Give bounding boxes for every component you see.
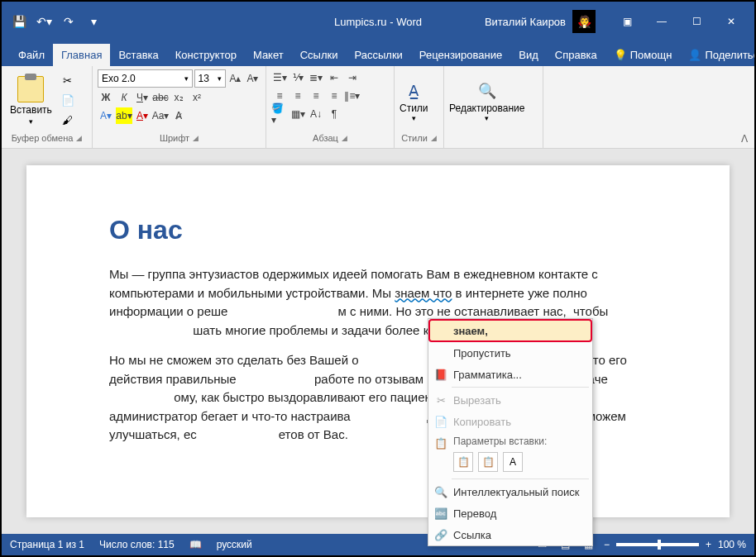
bullets-icon[interactable]: ☰▾ — [271, 69, 288, 86]
maximize-button[interactable]: ☐ — [680, 9, 713, 34]
spelling-suggestion[interactable]: знаем, — [428, 319, 592, 342]
collapse-ribbon-icon[interactable]: ᐱ — [741, 133, 748, 145]
paste-keep-source-icon[interactable]: 📋 — [453, 452, 473, 472]
tab-view[interactable]: Вид — [510, 44, 547, 66]
minimize-button[interactable]: — — [645, 9, 678, 34]
borders-icon[interactable]: ▦▾ — [289, 106, 306, 122]
tab-insert[interactable]: Вставка — [110, 44, 166, 66]
heading: О нас — [109, 215, 647, 245]
styles-button[interactable]: A̲ Стили ▾ — [400, 79, 428, 122]
user-name[interactable]: Виталий Каиров — [485, 16, 566, 28]
font-name-combo[interactable]: Exo 2.0▾ — [98, 69, 193, 88]
numbering-icon[interactable]: ⅟▾ — [289, 69, 306, 86]
subscript-button[interactable]: x₂ — [170, 89, 187, 106]
styles-group-label: Стили — [401, 133, 428, 143]
proofing-icon[interactable]: 📖 — [189, 539, 202, 550]
align-left-icon[interactable]: ≡ — [271, 88, 288, 104]
align-right-icon[interactable]: ≡ — [308, 88, 324, 104]
paste-button[interactable]: Вставить ▾ — [7, 73, 55, 129]
page-indicator[interactable]: Страница 1 из 1 — [10, 539, 84, 550]
link-label: Ссылка — [453, 529, 491, 541]
dialog-launcher-icon[interactable]: ◢ — [342, 134, 347, 142]
ribbon-display-options-icon[interactable]: ▣ — [610, 9, 644, 34]
underline-button[interactable]: Ч▾ — [134, 89, 151, 106]
menu-translate[interactable]: 🔤Перевод — [428, 502, 592, 524]
show-marks-icon[interactable]: ¶ — [326, 106, 342, 122]
editing-group-label — [449, 131, 538, 145]
share-label: Поделиться — [705, 49, 756, 61]
tab-design[interactable]: Конструктор — [167, 44, 245, 66]
cut-icon[interactable]: ✂ — [59, 72, 77, 90]
editing-button[interactable]: 🔍 Редактирование ▾ — [449, 79, 524, 122]
line-spacing-icon[interactable]: ‖≡▾ — [344, 88, 361, 104]
language-indicator[interactable]: русский — [217, 539, 252, 550]
menu-link[interactable]: 🔗Ссылка — [428, 524, 592, 545]
cut-label: Вырезать — [453, 394, 501, 407]
document-page[interactable]: О нас Мы — группа энтузиастов одержимых … — [26, 165, 730, 517]
dialog-launcher-icon[interactable]: ◢ — [76, 134, 82, 142]
superscript-button[interactable]: x² — [189, 89, 205, 106]
shrink-font-icon[interactable]: A▾ — [245, 70, 261, 87]
close-button[interactable]: ✕ — [715, 9, 748, 34]
decrease-indent-icon[interactable]: ⇤ — [326, 69, 342, 86]
tab-help[interactable]: Справка — [547, 44, 605, 66]
menu-smart-lookup[interactable]: 🔍Интеллектуальный поиск — [428, 481, 592, 502]
font-color-icon[interactable]: A▾ — [134, 107, 151, 124]
increase-indent-icon[interactable]: ⇥ — [344, 69, 361, 86]
zoom-level[interactable]: 100 % — [718, 539, 746, 550]
status-bar: Страница 1 из 1 Число слов: 115 📖 русски… — [2, 534, 754, 555]
align-center-icon[interactable]: ≡ — [289, 88, 306, 104]
shading-icon[interactable]: 🪣▾ — [271, 106, 288, 122]
grow-font-icon[interactable]: A▴ — [227, 70, 243, 87]
multilevel-list-icon[interactable]: ≣▾ — [308, 69, 324, 86]
undo-icon[interactable]: ↶▾ — [33, 11, 55, 32]
paste-options-header: 📋Параметры вставки: — [428, 432, 592, 449]
translate-icon: 🔤 — [433, 506, 448, 521]
paragraph-group: ☰▾ ⅟▾ ≣▾ ⇤ ⇥ ≡ ≡ ≡ ≡ ‖≡▾ 🪣▾ ▦▾ A↓ ¶ Абза… — [266, 66, 395, 148]
share-button[interactable]: 👤 Поделиться — [680, 44, 756, 66]
redo-icon[interactable]: ↷ — [58, 11, 79, 32]
italic-button[interactable]: К — [116, 89, 132, 106]
sort-icon[interactable]: A↓ — [308, 106, 324, 122]
tab-home[interactable]: Главная — [53, 44, 110, 66]
dialog-launcher-icon[interactable]: ◢ — [193, 134, 199, 142]
clipboard-icon: 📋 — [433, 436, 448, 450]
tell-me-button[interactable]: 💡 Помощн — [605, 44, 681, 66]
text-effects-icon[interactable]: A▾ — [98, 107, 114, 124]
bold-button[interactable]: Ж — [98, 89, 114, 106]
justify-icon[interactable]: ≡ — [326, 88, 342, 104]
font-size-combo[interactable]: 13▾ — [194, 69, 227, 88]
grammar-error[interactable]: знаем что — [395, 286, 452, 300]
tab-references[interactable]: Ссылки — [292, 44, 347, 66]
tab-mailings[interactable]: Рассылки — [346, 44, 410, 66]
find-icon: 🔍 — [476, 79, 499, 102]
change-case-icon[interactable]: Aa▾ — [152, 107, 169, 124]
tab-file[interactable]: Файл — [10, 44, 53, 66]
zoom-slider[interactable] — [616, 543, 699, 546]
user-avatar[interactable]: 🧛 — [572, 10, 596, 33]
dialog-launcher-icon[interactable]: ◢ — [431, 134, 437, 142]
copy-icon: 📄 — [433, 414, 448, 429]
clipboard-group: Вставить ▾ ✂ 📄 🖌 Буфер обмена ◢ — [2, 66, 93, 148]
copy-icon[interactable]: 📄 — [59, 92, 77, 110]
word-count[interactable]: Число слов: 115 — [99, 539, 175, 550]
tab-layout[interactable]: Макет — [245, 44, 292, 66]
ribbon: Вставить ▾ ✂ 📄 🖌 Буфер обмена ◢ Exo 2.0▾… — [2, 66, 754, 149]
paste-text-only-icon[interactable]: A — [503, 452, 523, 472]
menu-separator — [452, 478, 589, 479]
strikethrough-button[interactable]: abc — [152, 89, 169, 106]
ribbon-tabs: Файл Главная Вставка Конструктор Макет С… — [2, 41, 754, 66]
zoom-out-button[interactable]: − — [604, 539, 610, 550]
chevron-down-icon: ▾ — [29, 117, 33, 126]
zoom-in-button[interactable]: + — [706, 539, 711, 550]
autosave-icon[interactable]: 💾 — [8, 11, 30, 32]
smart-lookup-label: Интеллектуальный поиск — [453, 486, 580, 498]
menu-skip[interactable]: Пропустить — [428, 342, 592, 364]
menu-grammar[interactable]: 📕Грамматика... — [428, 364, 592, 385]
tab-review[interactable]: Рецензирование — [411, 44, 510, 66]
qat-customize-icon[interactable]: ▾ — [83, 11, 104, 32]
paste-merge-icon[interactable]: 📋 — [478, 452, 498, 472]
clear-formatting-icon[interactable]: A̷ — [170, 107, 187, 124]
highlight-icon[interactable]: ab▾ — [116, 107, 132, 124]
format-painter-icon[interactable]: 🖌 — [59, 112, 77, 130]
